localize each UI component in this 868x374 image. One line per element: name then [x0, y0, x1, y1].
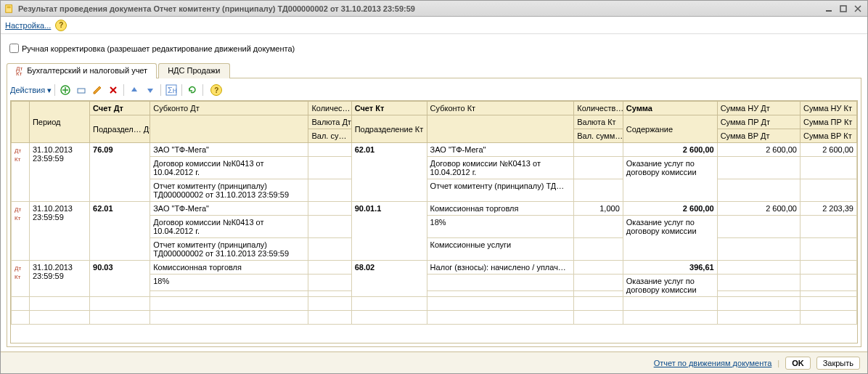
cell-valsum-dt: [308, 290, 351, 296]
help-icon[interactable]: ?: [55, 20, 67, 31]
ok-button[interactable]: OK: [785, 357, 811, 370]
settings-link[interactable]: Настройка...: [5, 21, 51, 30]
dt-kt-icon: ДтКт: [15, 206, 21, 221]
cell-period: 31.10.2013 23:59:59: [29, 202, 89, 261]
cell-currency-kt: [574, 157, 623, 179]
svg-rect-1: [7, 6, 11, 7]
cell-subc-kt: Отчет комитенту (принципалу) ТД…: [427, 179, 574, 202]
dt-kt-icon: ДтКт: [16, 66, 22, 76]
cell-subc-dt: [150, 290, 308, 296]
titlebar: Результат проведения документа Отчет ком…: [1, 1, 867, 17]
cell-subc-dt: Комиссионная торговля: [150, 261, 308, 275]
table-row[interactable]: ДтКт31.10.2013 23:59:5976.09ЗАО "ТФ-Мега…: [12, 143, 857, 157]
hdr-subc-kt[interactable]: Субконто Кт: [427, 102, 574, 115]
cell-acct-dt: 90.03: [90, 261, 150, 297]
cell-qty-kt: [574, 143, 623, 157]
hdr-period[interactable]: Период: [29, 102, 89, 143]
toolbar-help-icon[interactable]: ?: [210, 84, 222, 96]
cell-sum-pr-dt: [717, 216, 800, 238]
cell-sum: 2 600,00: [623, 202, 717, 216]
close-button[interactable]: Закрыть: [816, 357, 860, 370]
move-down-icon[interactable]: [143, 83, 157, 97]
cell-descr: Оказание услуг по договору комиссии: [623, 216, 717, 261]
cell-period: 31.10.2013 23:59:59: [29, 143, 89, 202]
cell-subc-kt: Налог (взносы): начислено / уплач…: [427, 261, 574, 275]
hdr-sum-nu-dt[interactable]: Сумма НУ Дт: [717, 102, 800, 115]
hdr-dept-kt[interactable]: Подразделение Кт: [351, 115, 427, 143]
pencil-icon[interactable]: [90, 83, 105, 97]
hdr-dept-dt[interactable]: Подраздел… Дт: [90, 115, 150, 143]
hdr-acct-dt[interactable]: Счет Дт: [90, 102, 150, 115]
hdr-sum-vr-kt[interactable]: Сумма ВР Кт: [800, 129, 856, 143]
cell-period: 31.10.2013 23:59:59: [29, 261, 89, 297]
cell-subc-dt: Отчет комитенту (принципалу) ТД000000002…: [150, 179, 308, 202]
hdr-subc-dt[interactable]: Субконто Дт: [150, 102, 308, 115]
tab-accounting[interactable]: ДтКт Бухгалтерский и налоговый учет: [7, 63, 157, 78]
cell-currency-dt: [308, 216, 351, 238]
cell-sum-pr-kt: [800, 157, 856, 179]
cell-subc-dt: Договор комиссии №К0413 от 10.04.2012 г.: [150, 216, 308, 238]
cell-subc-kt: 18%: [427, 216, 574, 238]
manual-correction-label: Ручная корректировка (разрешает редактир…: [22, 44, 295, 53]
cell-acct-kt: 68.02: [351, 261, 427, 297]
hdr-qty-dt[interactable]: Количес…: [308, 102, 351, 115]
cell-subc-kt: [427, 290, 574, 296]
cell-sum: 396,61: [623, 261, 717, 275]
actions-dropdown[interactable]: Действия ▾: [10, 86, 52, 95]
cell-sum-pr-dt: [717, 275, 800, 291]
cell-sum-vr-kt: [800, 238, 856, 261]
move-up-icon[interactable]: [127, 83, 142, 97]
cell-sum-nu-dt: 2 600,00: [717, 143, 800, 157]
hdr-currency-dt[interactable]: Валюта Дт: [308, 115, 351, 129]
cell-currency-kt: [574, 216, 623, 238]
cell-subc-kt: Комиссионные услуги: [427, 238, 574, 261]
hdr-qty-kt[interactable]: Количеств…: [574, 102, 623, 115]
cell-subc-dt: Договор комиссии №К0413 от 10.04.2012 г.: [150, 157, 308, 179]
add-icon[interactable]: [58, 83, 73, 97]
dt-kt-icon: ДтКт: [15, 265, 21, 280]
cell-sum-nu-dt: 2 600,00: [717, 202, 800, 216]
cell-sum-vr-kt: [800, 179, 856, 202]
hdr-sum-pr-kt[interactable]: Сумма ПР Кт: [800, 115, 856, 129]
close-window-button[interactable]: [851, 3, 864, 15]
edit-icon[interactable]: [74, 83, 89, 97]
grid-wrap: Период Счет Дт Субконто Дт Количес… Счет…: [10, 100, 858, 343]
hdr-sum-vr-dt[interactable]: Сумма ВР Дт: [717, 129, 800, 143]
svg-rect-0: [6, 4, 12, 12]
cell-valsum-kt: [574, 179, 623, 202]
cell-sum-pr-dt: [717, 157, 800, 179]
tab-accounting-label: Бухгалтерский и налоговый учет: [27, 66, 147, 75]
cell-descr: Оказание услуг по договору комиссии: [623, 157, 717, 202]
maximize-button[interactable]: [837, 3, 850, 15]
delete-icon[interactable]: [106, 83, 120, 97]
cell-valsum-dt: [308, 179, 351, 202]
cell-sum-vr-dt: [717, 290, 800, 296]
cell-sum-vr-dt: [717, 238, 800, 261]
report-link[interactable]: Отчет по движениям документа: [654, 359, 772, 367]
grid-header: Период Счет Дт Субконто Дт Количес… Счет…: [12, 102, 857, 143]
svg-text:Σн: Σн: [168, 86, 177, 94]
cell-qty-dt: [308, 202, 351, 216]
table-row[interactable]: ДтКт31.10.2013 23:59:5990.03Комиссионная…: [12, 261, 857, 275]
tab-strip: ДтКт Бухгалтерский и налоговый учет НДС …: [7, 62, 861, 78]
refresh-icon[interactable]: [185, 83, 200, 97]
cell-qty-kt: [574, 261, 623, 275]
hdr-valsum-kt[interactable]: Вал. сумм…: [574, 129, 623, 143]
tab-vat-sales[interactable]: НДС Продажи: [158, 63, 229, 78]
hdr-sum-nu-kt[interactable]: Сумма НУ Кт: [800, 102, 856, 115]
hdr-acct-kt[interactable]: Счет Кт: [351, 102, 427, 115]
cell-subc-kt: [427, 275, 574, 291]
cell-acct-kt: 90.01.1: [351, 202, 427, 261]
sigma-icon[interactable]: Σн: [164, 83, 179, 97]
manual-correction-checkbox[interactable]: [9, 44, 19, 53]
hdr-sum-pr-dt[interactable]: Сумма ПР Дт: [717, 115, 800, 129]
hdr-valsum-dt[interactable]: Вал. су…: [308, 129, 351, 143]
postings-grid: Период Счет Дт Субконто Дт Количес… Счет…: [11, 101, 857, 325]
hdr-currency-kt[interactable]: Валюта Кт: [574, 115, 623, 129]
manual-correction-row[interactable]: Ручная корректировка (разрешает редактир…: [7, 41, 861, 55]
table-row[interactable]: ДтКт31.10.2013 23:59:5962.01ЗАО "ТФ-Мега…: [12, 202, 857, 216]
hdr-descr[interactable]: Содержание: [623, 115, 717, 143]
hdr-sum[interactable]: Сумма: [623, 102, 717, 115]
minimize-button[interactable]: [822, 3, 835, 15]
grid-body: ДтКт31.10.2013 23:59:5976.09ЗАО "ТФ-Мега…: [12, 143, 857, 325]
